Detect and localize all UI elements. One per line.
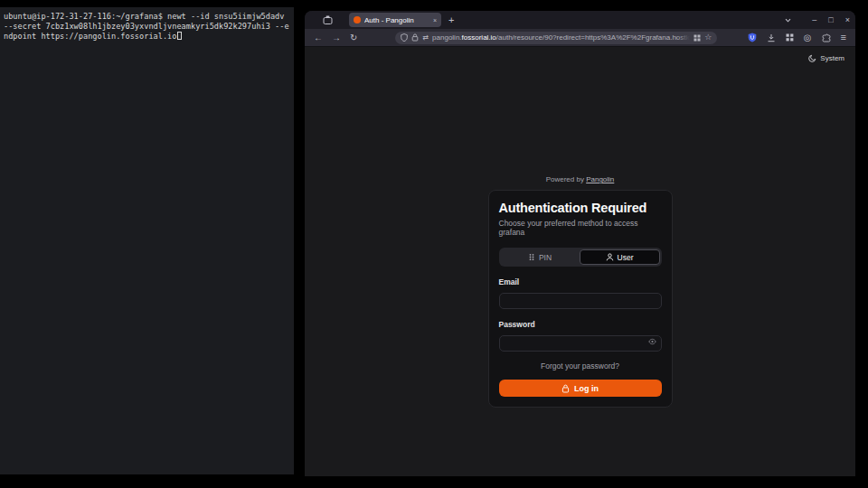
pin-dots-icon xyxy=(528,253,535,261)
container-grid-icon[interactable] xyxy=(693,34,701,42)
close-icon[interactable]: × xyxy=(845,16,850,24)
url-domain: fossorial.io xyxy=(462,33,496,42)
login-button-label: Log in xyxy=(574,384,599,393)
moon-icon xyxy=(808,54,816,62)
bookmark-star-icon[interactable]: ☆ xyxy=(704,33,712,42)
extensions-puzzle-icon[interactable] xyxy=(822,33,831,42)
downloads-icon[interactable] xyxy=(767,33,776,42)
tracking-protection-shield-icon[interactable] xyxy=(401,33,408,42)
toolbar-extensions: ◎ ≡ xyxy=(748,33,846,42)
tab-pin-label: PIN xyxy=(539,253,552,262)
password-field[interactable] xyxy=(499,335,662,352)
window-controls: – □ × xyxy=(812,16,850,24)
https-lock-icon[interactable] xyxy=(411,33,419,42)
auth-column: Powered by Pangolin Authentication Requi… xyxy=(488,175,673,408)
browser-toolbar: ← → ↻ ⇄ pangolin.fossorial.io/auth/resou… xyxy=(305,29,855,47)
password-label: Password xyxy=(499,320,662,329)
browser-window: Auth - Pangolin × + – □ × ← → ↻ ⇄ xyxy=(305,11,855,476)
card-title: Authentication Required xyxy=(499,201,662,215)
url-path: /auth/resource/90?redirect=https%3A%2F%2… xyxy=(496,33,690,42)
password-wrap xyxy=(499,333,662,352)
tab-user-label: User xyxy=(618,253,634,262)
ublock-shield-icon[interactable] xyxy=(748,33,757,42)
firefox-view-icon[interactable] xyxy=(323,15,333,25)
terminal-line: ubuntu@ip-172-31-27-116:~/grafana$ newt … xyxy=(4,12,290,22)
terminal-line: ndpoint https://pangolin.fossorial.io xyxy=(4,32,290,42)
tab-auth-pangolin[interactable]: Auth - Pangolin × xyxy=(349,13,441,27)
maximize-icon[interactable]: □ xyxy=(828,16,833,24)
url-text: pangolin.fossorial.io/auth/resource/90?r… xyxy=(432,33,690,42)
tab-pin[interactable]: PIN xyxy=(501,249,580,265)
card-subtitle: Choose your preferred method to access g… xyxy=(499,219,662,237)
powered-by: Powered by Pangolin xyxy=(488,175,673,183)
apps-grid-icon[interactable] xyxy=(786,33,794,42)
auth-card: Authentication Required Choose your pref… xyxy=(488,190,673,408)
email-field[interactable] xyxy=(499,293,662,309)
tab-list-chevron-icon[interactable] xyxy=(784,16,792,24)
tab-title: Auth - Pangolin xyxy=(364,16,429,24)
page-content: System Powered by Pangolin Authenticatio… xyxy=(305,47,855,476)
theme-label: System xyxy=(820,54,844,62)
tab-close-icon[interactable]: × xyxy=(433,17,437,23)
forward-icon[interactable]: → xyxy=(332,33,341,42)
reload-icon[interactable]: ↻ xyxy=(350,33,357,42)
terminal-cursor xyxy=(177,32,182,40)
pangolin-brand-link[interactable]: Pangolin xyxy=(586,175,614,183)
terminal-line: --secret 7cbz1xw08lh1jbzey03yxvndljvneam… xyxy=(4,22,290,32)
nav-buttons: ← → ↻ xyxy=(314,33,357,42)
show-password-eye-icon[interactable] xyxy=(648,338,656,345)
new-tab-button[interactable]: + xyxy=(448,14,454,25)
login-lock-icon xyxy=(561,384,570,393)
tab-user[interactable]: User xyxy=(580,249,660,265)
user-icon xyxy=(606,253,614,261)
url-bar[interactable]: ⇄ pangolin.fossorial.io/auth/resource/90… xyxy=(395,32,717,44)
url-prefix: pangolin. xyxy=(432,33,461,42)
email-label: Email xyxy=(499,277,662,286)
login-button[interactable]: Log in xyxy=(499,380,662,397)
terminal-window[interactable]: ubuntu@ip-172-31-27-116:~/grafana$ newt … xyxy=(0,7,294,474)
powered-by-text: Powered by xyxy=(546,175,584,183)
extension-circle-icon[interactable]: ◎ xyxy=(804,33,812,42)
auth-method-tabs: PIN User xyxy=(499,248,662,267)
forgot-password-link[interactable]: Forgot your password? xyxy=(499,361,662,371)
switch-arrows-icon[interactable]: ⇄ xyxy=(422,34,429,42)
pangolin-favicon-icon xyxy=(354,16,361,23)
browser-tab-bar: Auth - Pangolin × + – □ × xyxy=(305,11,855,29)
menu-hamburger-icon[interactable]: ≡ xyxy=(841,33,846,42)
back-icon[interactable]: ← xyxy=(314,33,323,42)
minimize-icon[interactable]: – xyxy=(812,16,816,24)
theme-toggle[interactable]: System xyxy=(808,54,844,62)
